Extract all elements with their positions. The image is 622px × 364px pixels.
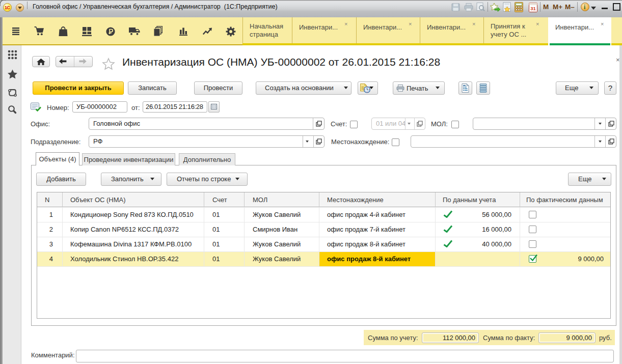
svg-text:31: 31 xyxy=(530,6,536,11)
